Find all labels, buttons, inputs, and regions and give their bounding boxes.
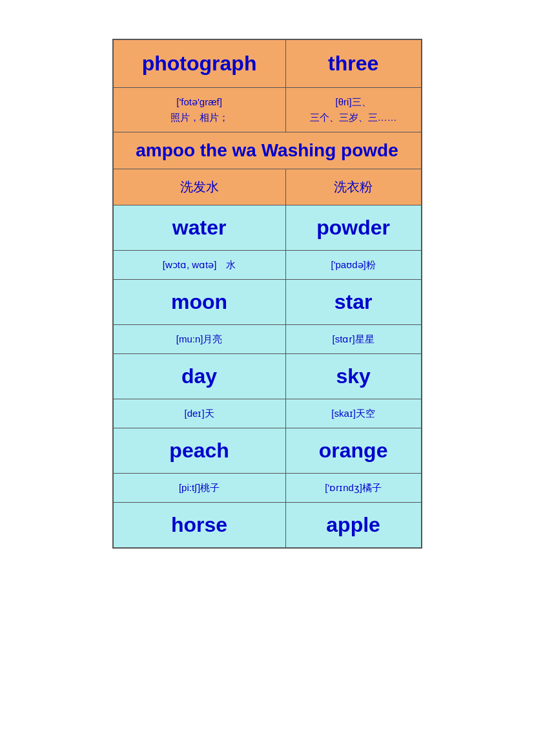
phonetic-moon: [mu:n]月亮 <box>113 325 286 354</box>
phonetic-peach: [pi:tʃ]桃子 <box>113 474 286 503</box>
table-row: [deɪ]天 [skaɪ]天空 <box>113 399 422 428</box>
table-row: water powder <box>113 205 422 251</box>
scroll-text: ampoo the wa Washing powde <box>113 132 422 169</box>
word-powder: powder <box>285 205 421 251</box>
table-row: ['fotə'græf] 照片，相片； [θri]三、 三个、三岁、三…… <box>113 88 422 132</box>
word-photograph: photograph <box>113 39 286 88</box>
word-three: three <box>285 39 421 88</box>
word-sky: sky <box>285 354 421 399</box>
table-row: moon star <box>113 280 422 325</box>
word-star: star <box>285 280 421 325</box>
table-row: [pi:tʃ]桃子 ['ɒrɪndʒ]橘子 <box>113 474 422 503</box>
label-shampoo: 洗发水 <box>113 169 286 205</box>
table-row: photograph three <box>113 39 422 88</box>
phonetic-photograph: ['fotə'græf] 照片，相片； <box>113 88 286 132</box>
phonetic-sky: [skaɪ]天空 <box>285 399 421 428</box>
scroll-row: ampoo the wa Washing powde <box>113 132 422 169</box>
phonetic-orange: ['ɒrɪndʒ]橘子 <box>285 474 421 503</box>
table-row: peach orange <box>113 428 422 474</box>
word-horse: horse <box>113 503 286 549</box>
table-row: day sky <box>113 354 422 399</box>
table-row: [mu:n]月亮 [stɑr]星星 <box>113 325 422 354</box>
phonetic-star: [stɑr]星星 <box>285 325 421 354</box>
phonetic-day: [deɪ]天 <box>113 399 286 428</box>
word-peach: peach <box>113 428 286 474</box>
table-row: [wɔtɑ, wɑtə] 水 ['paʊdə]粉 <box>113 251 422 280</box>
word-apple: apple <box>285 503 421 549</box>
vocabulary-table: photograph three ['fotə'græf] 照片，相片； [θr… <box>112 39 422 549</box>
word-orange: orange <box>285 428 421 474</box>
table-row: 洗发水 洗衣粉 <box>113 169 422 205</box>
phonetic-three: [θri]三、 三个、三岁、三…… <box>285 88 421 132</box>
word-water: water <box>113 205 286 251</box>
word-moon: moon <box>113 280 286 325</box>
table-row: horse apple <box>113 503 422 549</box>
phonetic-powder: ['paʊdə]粉 <box>285 251 421 280</box>
word-day: day <box>113 354 286 399</box>
label-washing-powder: 洗衣粉 <box>285 169 421 205</box>
phonetic-water: [wɔtɑ, wɑtə] 水 <box>113 251 286 280</box>
